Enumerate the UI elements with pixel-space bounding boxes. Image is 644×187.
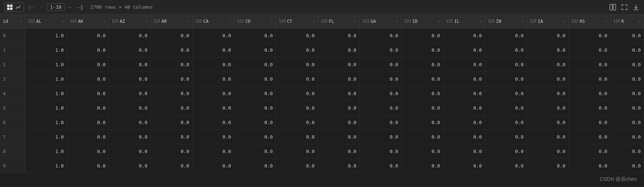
table-row: 01.00.00.00.00.00.00.00.00.00.00.00.00.0… (0, 28, 644, 43)
col-header-GA[interactable]: 123GA⇕ (359, 14, 401, 28)
cell-7-KS: 0.0 (569, 129, 610, 144)
cell-1-IA: 0.0 (527, 43, 569, 57)
first-page-button[interactable]: ‖← (27, 4, 37, 11)
sort-icon-AZ[interactable]: ⇕ (145, 19, 147, 23)
cell-8-AK: 0.0 (67, 144, 108, 158)
cell-0-KS: 0.0 (569, 28, 610, 43)
cell-3-AR: 0.0 (150, 72, 192, 86)
cell-7-ID: 0.0 (401, 129, 443, 144)
prev-page-button[interactable]: ← (38, 4, 46, 11)
sort-icon-KS[interactable]: ⇕ (605, 19, 607, 23)
table-view-icon[interactable] (6, 4, 13, 11)
cell-5-CT: 0.0 (276, 101, 318, 115)
cell-1-KS: 0.0 (569, 43, 610, 57)
col-label-CT: CT (287, 19, 311, 24)
sort-icon-CO[interactable]: ⇕ (271, 19, 273, 23)
cell-8-ID: 0.0 (401, 144, 443, 158)
cell-7-CO: 0.0 (234, 129, 276, 144)
download-icon[interactable] (632, 4, 640, 11)
col-header-CO[interactable]: 123CO⇕ (234, 14, 276, 28)
cell-7-IL: 0.0 (443, 129, 485, 144)
sort-icon-IL[interactable]: ⇕ (480, 19, 482, 23)
col-header-AR[interactable]: 123AR⇕ (150, 14, 192, 28)
chart-view-icon[interactable] (15, 4, 22, 11)
col-header-KS[interactable]: 123KS⇕ (569, 14, 610, 28)
svg-point-6 (20, 5, 21, 6)
sort-icon-FL[interactable]: ⇕ (354, 19, 356, 23)
cell-5-CO: 0.0 (234, 101, 276, 115)
sort-icon-IN[interactable]: ⇕ (521, 19, 524, 23)
cell-3-ID: 0.0 (401, 72, 443, 86)
cell-5-FL: 0.0 (318, 101, 359, 115)
sort-icon-AL[interactable]: ⇕ (62, 19, 64, 23)
type-icon-K_partial: 123 (614, 19, 620, 23)
next-page-button[interactable]: → (65, 4, 73, 11)
cell-2-KS: 0.0 (569, 57, 610, 72)
cell-6-AZ: 0.0 (109, 115, 150, 129)
table-row: 81.00.00.00.00.00.00.00.00.00.00.00.00.0… (0, 144, 644, 158)
expand-icon[interactable] (621, 4, 628, 11)
cell-3-K_partial: 0.0 (610, 72, 644, 86)
col-header-AK[interactable]: 123AK⇕ (67, 14, 108, 28)
col-header-IA[interactable]: 123IA⇕ (527, 14, 569, 28)
col-label-AR: AR (162, 19, 186, 24)
cell-0-AR: 0.0 (150, 28, 192, 43)
table-row: 31.00.00.00.00.00.00.00.00.00.00.00.00.0… (0, 72, 644, 86)
column-layout-icon[interactable] (609, 4, 616, 11)
cell-1-K_partial: 0.0 (610, 43, 644, 57)
cell-8-GA: 0.0 (359, 144, 401, 158)
col-header-IN[interactable]: 123IN⇕ (485, 14, 527, 28)
col-header-AZ[interactable]: 123AZ⇕ (109, 14, 150, 28)
cell-7-GA: 0.0 (359, 129, 401, 144)
cell-4-AR: 0.0 (150, 86, 192, 101)
col-header-FL[interactable]: 123FL⇕ (318, 14, 359, 28)
sort-icon-AK[interactable]: ⇕ (103, 19, 106, 23)
cell-4-id: 4 (0, 86, 25, 101)
page-range-display[interactable]: 1-10 (47, 3, 65, 11)
cell-6-KS: 0.0 (569, 115, 610, 129)
sort-icon-CA[interactable]: ⇕ (229, 19, 231, 23)
col-header-IL[interactable]: 123IL⇕ (443, 14, 485, 28)
cell-3-FL: 0.0 (318, 72, 359, 86)
cell-9-AZ: 0.0 (109, 158, 150, 173)
cell-9-IN: 0.0 (485, 158, 527, 173)
col-header-CT[interactable]: 123CT⇕ (276, 14, 318, 28)
cell-1-IN: 0.0 (485, 43, 527, 57)
type-icon-CA: 123 (195, 19, 202, 23)
sort-icon-GA[interactable]: ⇕ (396, 19, 398, 23)
cell-2-CT: 0.0 (276, 57, 318, 72)
col-header-CA[interactable]: 123CA⇕ (192, 14, 234, 28)
last-page-button[interactable]: →‖ (74, 4, 84, 11)
col-label-CO: CO (245, 19, 269, 24)
cell-6-GA: 0.0 (359, 115, 401, 129)
cell-3-IN: 0.0 (485, 72, 527, 86)
col-header-ID[interactable]: 123ID⇕ (401, 14, 443, 28)
cell-1-CO: 0.0 (234, 43, 276, 57)
cell-6-K_partial: 0.0 (610, 115, 644, 129)
cell-0-AZ: 0.0 (109, 28, 150, 43)
cell-4-KS: 0.0 (569, 86, 610, 101)
sort-icon-id[interactable]: ⇕ (20, 19, 22, 23)
type-icon-GA: 123 (363, 19, 369, 23)
col-header-AL[interactable]: 123AL⇕ (25, 14, 67, 28)
sort-icon-IA[interactable]: ⇕ (563, 19, 565, 23)
sort-icon-CT[interactable]: ⇕ (313, 19, 315, 23)
cell-9-K_partial: 0.0 (610, 158, 644, 173)
sort-icon-ID[interactable]: ⇕ (438, 19, 440, 23)
cell-7-K_partial: 0.0 (610, 129, 644, 144)
sort-icon-AR[interactable]: ⇕ (187, 19, 189, 23)
cell-8-IA: 0.0 (527, 144, 569, 158)
cell-6-CO: 0.0 (234, 115, 276, 129)
cell-9-FL: 0.0 (318, 158, 359, 173)
table-row: 91.00.00.00.00.00.00.00.00.00.00.00.00.0… (0, 158, 644, 173)
svg-point-5 (18, 7, 19, 8)
cell-1-CA: 0.0 (192, 43, 234, 57)
col-header-K_partial[interactable]: 123K⇕ (610, 14, 644, 28)
cell-8-KS: 0.0 (569, 144, 610, 158)
cell-8-FL: 0.0 (318, 144, 359, 158)
svg-rect-8 (613, 4, 616, 10)
col-header-id[interactable]: id⇕ (0, 14, 25, 28)
cell-0-ID: 0.0 (401, 28, 443, 43)
cell-7-AR: 0.0 (150, 129, 192, 144)
sort-icon-K_partial[interactable]: ⇕ (639, 19, 641, 23)
